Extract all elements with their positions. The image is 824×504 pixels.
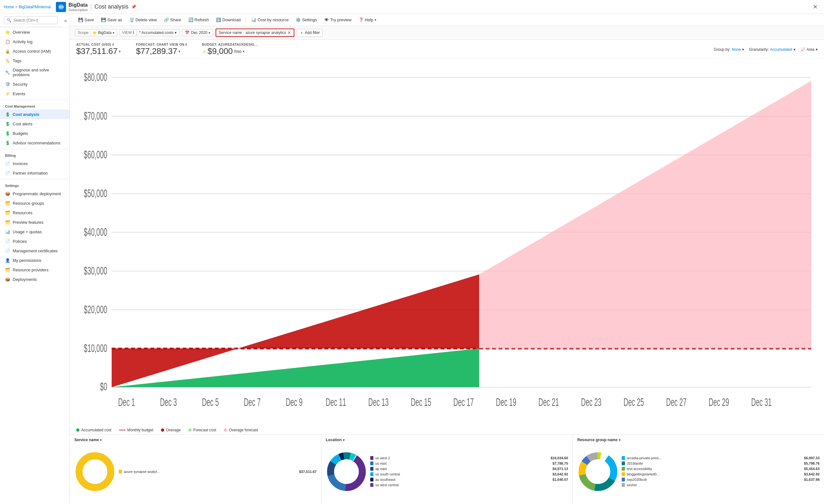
sidebar-item-resource-groups[interactable]: 🗂️ Resource groups (0, 199, 70, 208)
share-button[interactable]: 🔗 Share (161, 16, 185, 24)
actual-cost-value: $37,511.67 (76, 46, 117, 56)
settings-button[interactable]: ⚙️ Settings (293, 16, 320, 24)
pin-icon[interactable]: 📌 (131, 4, 136, 9)
sidebar-item-iam[interactable]: 🔒 Access control (IAM) (0, 46, 70, 56)
refresh-button[interactable]: 🔄 Refresh (185, 16, 212, 24)
sidebar-item-mgmt-certs[interactable]: 📄 Management certificates (0, 246, 70, 255)
service-donut-legend: azure synapse analyt... $37,511.67 (119, 470, 317, 474)
sidebar-item-diagnose[interactable]: 🔧 Diagnose and solve problems (0, 66, 70, 79)
sidebar-item-my-permissions[interactable]: 👤 My permissions (0, 255, 70, 265)
partner-icon: 📄 (5, 170, 10, 175)
sidebar-item-activity-log[interactable]: 📋 Activity log (0, 37, 70, 46)
svg-text:Dec 19: Dec 19 (496, 396, 516, 408)
sidebar-search: 🔍 (0, 14, 62, 27)
sidebar-item-preview-features[interactable]: 🗂️ Preview features (0, 217, 70, 227)
legend-forecast-cost: Forecast cost (188, 428, 216, 432)
close-button[interactable]: ✕ (810, 2, 820, 12)
service-donut-title[interactable]: Service name ▾ (74, 438, 317, 442)
sidebar-item-tags[interactable]: 🏷️ Tags (0, 56, 70, 66)
sidebar-item-cost-analysis[interactable]: 💲 Cost analysis (0, 110, 70, 119)
sidebar-item-resource-providers[interactable]: 🗂️ Resource providers (0, 265, 70, 274)
view-type-select[interactable]: 📈 Area ▾ (801, 47, 818, 52)
advisor-icon: 💲 (5, 140, 10, 145)
delete-view-button[interactable]: 🗑️ Delete view (126, 16, 160, 24)
svg-text:Dec 17: Dec 17 (453, 396, 474, 408)
legend-item: 2019ianite $5,798.76 (622, 462, 820, 465)
sidebar-item-resources[interactable]: 🗂️ Resources (0, 208, 70, 217)
scope-value: BigData (98, 30, 112, 35)
legend-item: us west central (370, 483, 568, 487)
legend-item: sep2020bcdr $1,637.98 (622, 478, 820, 482)
top-bar: Home > BigDataPMInternal BD BigData Subs… (0, 0, 824, 14)
chart-container: $80,000 $70,000 $60,000 $50,000 $40,000 … (70, 58, 824, 426)
forecast-value: $77,289.37 (136, 46, 177, 56)
svg-text:$40,000: $40,000 (84, 226, 107, 238)
sidebar-item-policies[interactable]: 📄 Policies (0, 236, 70, 246)
svg-text:$10,000: $10,000 (84, 342, 107, 354)
sidebar-item-partner[interactable]: 📄 Partner information (0, 168, 70, 178)
cost-resource-icon: 📊 (251, 17, 256, 22)
svg-text:Dec 7: Dec 7 (244, 396, 261, 408)
svg-text:$50,000: $50,000 (84, 187, 107, 199)
sidebar-item-overview[interactable]: ⭐ Overview (0, 27, 70, 37)
service-donut-chart (74, 451, 116, 492)
sidebar-collapse-btn[interactable]: « (62, 15, 70, 26)
sidebar-item-deployments[interactable]: 📦 Deployments (0, 274, 70, 284)
search-input[interactable] (13, 18, 55, 22)
billing-header: Billing (0, 150, 70, 159)
overview-icon: ⭐ (5, 29, 10, 35)
sidebar-item-programmatic[interactable]: 📦 Programmatic deployment (0, 189, 70, 199)
download-button[interactable]: ⬇️ Download (213, 16, 244, 24)
legend-item: au southeast $1,640.07 (370, 478, 568, 482)
save-as-button[interactable]: 💾 Save as (98, 16, 125, 24)
sidebar-item-usage-quotas[interactable]: 📊 Usage + quotas (0, 227, 70, 236)
search-icon: 🔍 (7, 18, 11, 22)
location-donut-title[interactable]: Location ▾ (326, 438, 568, 442)
iam-icon: 🔒 (5, 48, 10, 53)
forecast-caret[interactable]: ▾ (179, 49, 180, 53)
sidebar-item-security[interactable]: 🛡️ Security (0, 79, 70, 89)
chart-legend: Accumulated cost Monthly budget Overage … (70, 426, 824, 434)
try-preview-button[interactable]: 👁️ Try preview (321, 16, 355, 24)
settings-icon: ⚙️ (296, 17, 301, 22)
svg-text:$0: $0 (100, 381, 107, 393)
add-filter-icon: ＋ (300, 30, 304, 35)
sidebar-item-cost-alerts[interactable]: 💲 Cost alerts (0, 119, 70, 129)
actual-cost-label: ACTUAL COST (USD) ℹ (76, 43, 121, 46)
sidebar-item-events[interactable]: ⚡ Events (0, 89, 70, 98)
diagnose-icon: 🔧 (5, 70, 10, 75)
sidebar-item-budgets[interactable]: 💲 Budgets (0, 129, 70, 138)
help-chevron: ▾ (375, 18, 376, 22)
service-value: azure synapse analytics (245, 30, 286, 35)
sidebar-item-advisor[interactable]: 💲 Advisor recommendations (0, 138, 70, 148)
budgets-icon: 💲 (5, 131, 10, 136)
svg-text:Dec 15: Dec 15 (411, 396, 431, 408)
scope-arrow: ▾ (113, 31, 114, 35)
cost-by-resource-button[interactable]: 📊 Cost by resource (248, 16, 292, 24)
svg-point-50 (336, 462, 356, 482)
actual-cost-caret[interactable]: ▾ (119, 49, 121, 53)
page-title: Cost analysis (95, 3, 129, 10)
help-button[interactable]: ❓ Help ▾ (355, 16, 380, 24)
breadcrumb-home[interactable]: Home (4, 5, 14, 9)
service-chevron: ▾ (100, 438, 102, 442)
resource-group-donut-title[interactable]: Resource group name ▾ (577, 438, 820, 442)
date-filter[interactable]: 📅 Dec 2020 ▾ (182, 29, 213, 36)
save-button[interactable]: 💾 Save (75, 16, 97, 24)
budget-caret[interactable]: ▾ (242, 49, 244, 53)
budget-stat: BUDGET: AZUREDATAUXDESIG... ⚠ $9,000 /mo… (202, 43, 258, 56)
cost-alerts-icon: 💲 (5, 121, 10, 126)
svg-text:Dec 11: Dec 11 (326, 396, 346, 408)
view-filter[interactable]: VIEW ℹ * Accumulated costs ▾ (120, 29, 179, 36)
service-filter-clear[interactable]: ✕ (287, 30, 291, 35)
legend-item: ap east $4,971.13 (370, 467, 568, 471)
breadcrumb-sub[interactable]: BigDataPMInternal (19, 5, 51, 9)
sidebar-item-invoices[interactable]: 📄 Invoices (0, 159, 70, 168)
granularity-select[interactable]: Granularity: Accumulated ▾ (749, 47, 795, 52)
download-icon: ⬇️ (216, 17, 221, 22)
usage-icon: 📊 (5, 229, 10, 234)
add-filter-button[interactable]: ＋ Add filter (297, 29, 323, 37)
scope-filter[interactable]: Scope : ⭐ BigData ▾ (75, 29, 117, 36)
location-donut-panel: Location ▾ (321, 434, 573, 504)
group-by-select[interactable]: Group by: None ▾ (714, 47, 744, 52)
